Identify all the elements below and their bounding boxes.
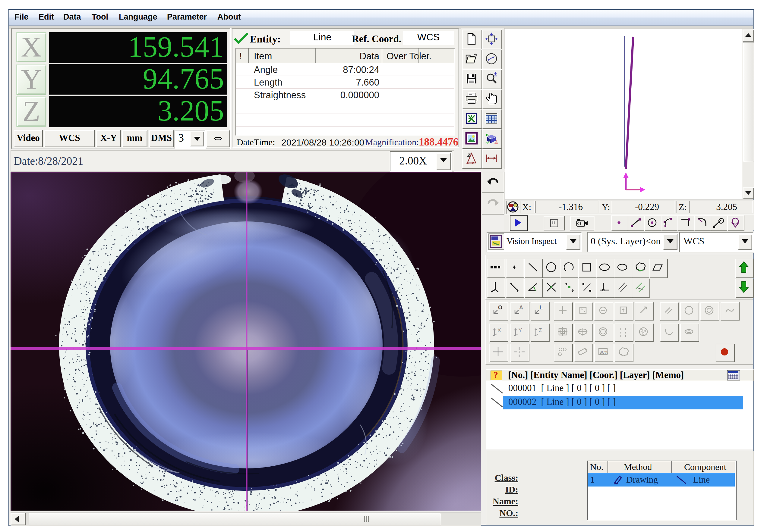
svg-text:A: A bbox=[519, 305, 523, 311]
svg-text:L: L bbox=[539, 305, 543, 311]
svg-text:Y: Y bbox=[518, 328, 522, 333]
svg-text:Z: Z bbox=[539, 328, 542, 333]
svg-text:X: X bbox=[497, 328, 501, 333]
svg-text:O: O bbox=[498, 305, 502, 311]
svg-text:90%: 90% bbox=[600, 350, 608, 354]
